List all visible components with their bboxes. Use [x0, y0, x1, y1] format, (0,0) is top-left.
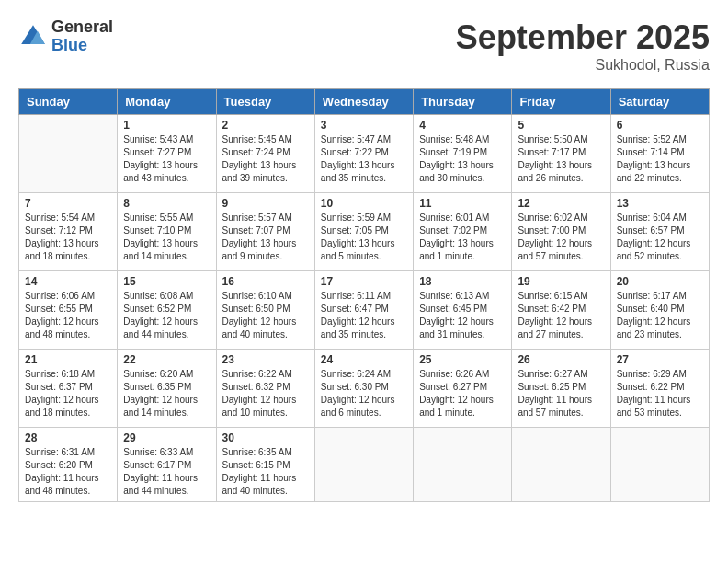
day-info: Sunrise: 6:08 AM Sunset: 6:52 PM Dayligh… [123, 290, 210, 341]
calendar-cell: 6Sunrise: 5:52 AM Sunset: 7:14 PM Daylig… [610, 115, 709, 193]
weekday-header: Saturday [610, 89, 709, 115]
day-info: Sunrise: 6:15 AM Sunset: 6:42 PM Dayligh… [518, 290, 604, 341]
calendar-cell [19, 115, 118, 193]
weekday-header: Wednesday [314, 89, 413, 115]
calendar-cell: 27Sunrise: 6:29 AM Sunset: 6:22 PM Dayli… [610, 350, 709, 428]
day-number: 14 [25, 275, 111, 288]
calendar-cell: 13Sunrise: 6:04 AM Sunset: 6:57 PM Dayli… [610, 193, 709, 271]
weekday-header: Tuesday [216, 89, 314, 115]
day-info: Sunrise: 6:24 AM Sunset: 6:30 PM Dayligh… [321, 368, 407, 419]
day-number: 10 [321, 197, 407, 210]
calendar-week-row: 7Sunrise: 5:54 AM Sunset: 7:12 PM Daylig… [19, 193, 710, 271]
calendar-week-row: 28Sunrise: 6:31 AM Sunset: 6:20 PM Dayli… [19, 428, 710, 502]
day-number: 11 [419, 197, 506, 210]
day-number: 18 [419, 275, 506, 288]
calendar-cell: 14Sunrise: 6:06 AM Sunset: 6:55 PM Dayli… [19, 271, 118, 350]
calendar-cell: 2Sunrise: 5:45 AM Sunset: 7:24 PM Daylig… [216, 115, 314, 193]
day-info: Sunrise: 6:27 AM Sunset: 6:25 PM Dayligh… [518, 368, 604, 419]
calendar-cell: 12Sunrise: 6:02 AM Sunset: 7:00 PM Dayli… [512, 193, 610, 271]
calendar-cell: 16Sunrise: 6:10 AM Sunset: 6:50 PM Dayli… [216, 271, 314, 350]
weekday-header: Sunday [19, 89, 118, 115]
weekday-header: Monday [118, 89, 216, 115]
day-number: 13 [617, 197, 703, 210]
day-info: Sunrise: 6:11 AM Sunset: 6:47 PM Dayligh… [321, 290, 407, 341]
day-number: 28 [25, 431, 111, 444]
day-number: 19 [518, 275, 604, 288]
day-info: Sunrise: 6:35 AM Sunset: 6:15 PM Dayligh… [222, 446, 309, 498]
day-number: 12 [518, 197, 604, 210]
day-info: Sunrise: 5:43 AM Sunset: 7:27 PM Dayligh… [123, 133, 210, 185]
calendar-cell: 10Sunrise: 5:59 AM Sunset: 7:05 PM Dayli… [314, 193, 413, 271]
calendar-cell: 18Sunrise: 6:13 AM Sunset: 6:45 PM Dayli… [414, 271, 512, 350]
logo-general: General [51, 18, 113, 37]
day-number: 2 [222, 119, 309, 132]
day-number: 16 [222, 275, 309, 288]
day-number: 3 [321, 119, 407, 132]
day-info: Sunrise: 6:26 AM Sunset: 6:27 PM Dayligh… [419, 368, 506, 419]
day-info: Sunrise: 6:04 AM Sunset: 6:57 PM Dayligh… [617, 212, 703, 263]
day-info: Sunrise: 6:02 AM Sunset: 7:00 PM Dayligh… [518, 212, 604, 263]
day-info: Sunrise: 5:59 AM Sunset: 7:05 PM Dayligh… [321, 212, 407, 263]
day-number: 6 [617, 119, 703, 132]
calendar-cell: 28Sunrise: 6:31 AM Sunset: 6:20 PM Dayli… [19, 428, 118, 502]
weekday-header-row: SundayMondayTuesdayWednesdayThursdayFrid… [19, 89, 710, 115]
day-info: Sunrise: 6:10 AM Sunset: 6:50 PM Dayligh… [222, 290, 309, 341]
day-info: Sunrise: 5:50 AM Sunset: 7:17 PM Dayligh… [518, 133, 604, 185]
calendar-cell: 7Sunrise: 5:54 AM Sunset: 7:12 PM Daylig… [19, 193, 118, 271]
calendar-cell: 15Sunrise: 6:08 AM Sunset: 6:52 PM Dayli… [118, 271, 216, 350]
day-info: Sunrise: 6:29 AM Sunset: 6:22 PM Dayligh… [617, 368, 703, 419]
calendar-cell [314, 428, 413, 502]
day-number: 22 [123, 353, 210, 366]
calendar-cell: 9Sunrise: 5:57 AM Sunset: 7:07 PM Daylig… [216, 193, 314, 271]
day-number: 17 [321, 275, 407, 288]
calendar-cell: 23Sunrise: 6:22 AM Sunset: 6:32 PM Dayli… [216, 350, 314, 428]
calendar-cell: 19Sunrise: 6:15 AM Sunset: 6:42 PM Dayli… [512, 271, 610, 350]
day-number: 9 [222, 197, 309, 210]
weekday-header: Friday [512, 89, 610, 115]
logo-text: General Blue [51, 18, 113, 55]
location: Sukhodol, Russia [456, 57, 710, 74]
day-number: 1 [123, 119, 210, 132]
day-info: Sunrise: 5:54 AM Sunset: 7:12 PM Dayligh… [25, 212, 111, 263]
day-number: 23 [222, 353, 309, 366]
calendar-cell [512, 428, 610, 502]
calendar-cell: 21Sunrise: 6:18 AM Sunset: 6:37 PM Dayli… [19, 350, 118, 428]
day-number: 21 [25, 353, 111, 366]
calendar-cell: 24Sunrise: 6:24 AM Sunset: 6:30 PM Dayli… [314, 350, 413, 428]
calendar-week-row: 21Sunrise: 6:18 AM Sunset: 6:37 PM Dayli… [19, 350, 710, 428]
day-number: 20 [617, 275, 703, 288]
day-number: 30 [222, 431, 309, 444]
day-number: 26 [518, 353, 604, 366]
day-info: Sunrise: 6:06 AM Sunset: 6:55 PM Dayligh… [25, 290, 111, 341]
calendar-cell: 4Sunrise: 5:48 AM Sunset: 7:19 PM Daylig… [414, 115, 512, 193]
day-info: Sunrise: 5:47 AM Sunset: 7:22 PM Dayligh… [321, 133, 407, 185]
day-info: Sunrise: 6:33 AM Sunset: 6:17 PM Dayligh… [123, 446, 210, 498]
day-info: Sunrise: 5:48 AM Sunset: 7:19 PM Dayligh… [419, 133, 506, 185]
calendar-cell: 11Sunrise: 6:01 AM Sunset: 7:02 PM Dayli… [414, 193, 512, 271]
logo-blue: Blue [51, 37, 113, 55]
calendar-week-row: 14Sunrise: 6:06 AM Sunset: 6:55 PM Dayli… [19, 271, 710, 350]
day-info: Sunrise: 6:17 AM Sunset: 6:40 PM Dayligh… [617, 290, 703, 341]
day-info: Sunrise: 6:20 AM Sunset: 6:35 PM Dayligh… [123, 368, 210, 419]
calendar-cell [610, 428, 709, 502]
calendar-cell [414, 428, 512, 502]
day-number: 15 [123, 275, 210, 288]
title-block: September 2025 Sukhodol, Russia [456, 18, 710, 74]
day-info: Sunrise: 6:18 AM Sunset: 6:37 PM Dayligh… [25, 368, 111, 419]
calendar-week-row: 1Sunrise: 5:43 AM Sunset: 7:27 PM Daylig… [19, 115, 710, 193]
calendar-cell: 20Sunrise: 6:17 AM Sunset: 6:40 PM Dayli… [610, 271, 709, 350]
calendar-cell: 25Sunrise: 6:26 AM Sunset: 6:27 PM Dayli… [414, 350, 512, 428]
calendar-cell: 30Sunrise: 6:35 AM Sunset: 6:15 PM Dayli… [216, 428, 314, 502]
month-title: September 2025 [456, 18, 710, 57]
calendar-cell: 1Sunrise: 5:43 AM Sunset: 7:27 PM Daylig… [118, 115, 216, 193]
day-number: 7 [25, 197, 111, 210]
page-header: General Blue September 2025 Sukhodol, Ru… [18, 18, 710, 74]
calendar-table: SundayMondayTuesdayWednesdayThursdayFrid… [18, 88, 710, 502]
day-number: 24 [321, 353, 407, 366]
day-info: Sunrise: 5:57 AM Sunset: 7:07 PM Dayligh… [222, 212, 309, 263]
day-info: Sunrise: 6:22 AM Sunset: 6:32 PM Dayligh… [222, 368, 309, 419]
day-number: 5 [518, 119, 604, 132]
calendar-cell: 29Sunrise: 6:33 AM Sunset: 6:17 PM Dayli… [118, 428, 216, 502]
day-number: 25 [419, 353, 506, 366]
calendar-cell: 17Sunrise: 6:11 AM Sunset: 6:47 PM Dayli… [314, 271, 413, 350]
